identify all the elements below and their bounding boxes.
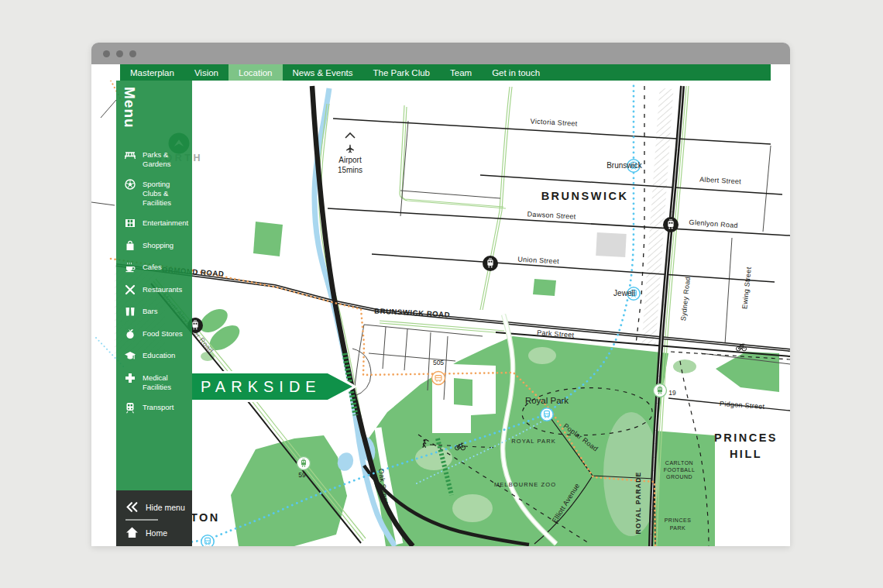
main-nav: Masterplan Vision Location News & Events… xyxy=(120,64,771,81)
nav-item-park-club[interactable]: The Park Club xyxy=(362,64,440,81)
sidebar-item-parks-gardens[interactable]: Parks & Gardens xyxy=(124,149,189,169)
sidebar-item-transport[interactable]: Transport xyxy=(124,401,189,414)
location-map[interactable]: Victoria StreetAlbert StreetDawson Stree… xyxy=(91,81,790,546)
window-control-dot[interactable] xyxy=(116,50,123,57)
princes-hill-label-2: HILL xyxy=(730,448,762,460)
sidebar-item-restaurants[interactable]: Restaurants xyxy=(124,284,189,296)
home-button[interactable]: Home xyxy=(116,522,192,543)
princes-park-label-1: PRINCES xyxy=(665,518,692,523)
station-icon-partial xyxy=(201,535,214,546)
building-block xyxy=(596,232,627,257)
bus-route-505-label: 505 xyxy=(433,359,444,366)
window-control-dot[interactable] xyxy=(103,50,110,57)
tram-stop-icon-glenlyon xyxy=(663,217,679,232)
sidebar-item-entertainment[interactable]: Entertainment xyxy=(124,217,189,229)
menu-title: Menu xyxy=(121,87,138,129)
sidebar-item-bars[interactable]: Bars xyxy=(124,305,189,318)
princes-park-label-2: PARK xyxy=(670,525,686,531)
home-icon xyxy=(125,526,139,539)
sidebar-item-food-stores[interactable]: Food Stores xyxy=(124,328,189,340)
brunswick-station-label: Brunswick xyxy=(606,161,643,170)
tram-stop-icon-route-59 xyxy=(297,457,311,470)
train-icon xyxy=(124,401,136,414)
carlton-football-ground-label-1: CARLTON xyxy=(665,460,693,466)
coffee-cup-icon xyxy=(124,261,136,273)
map-page: Victoria StreetAlbert StreetDawson Stree… xyxy=(91,81,790,546)
carlton-football-ground-label-2: FOOTBALL xyxy=(664,467,696,473)
tram-stop-icon-route-19 xyxy=(654,384,667,397)
hide-menu-button[interactable]: Hide menu xyxy=(116,497,192,518)
cutlery-icon xyxy=(124,284,136,296)
shopping-bag-icon xyxy=(124,239,136,252)
tram-route-19-label: 19 xyxy=(668,389,676,397)
tram-stop-icon-union xyxy=(483,256,498,271)
film-icon xyxy=(124,217,136,229)
nav-item-get-in-touch[interactable]: Get in touch xyxy=(482,64,550,81)
nav-item-team[interactable]: Team xyxy=(440,64,482,81)
window-control-dot[interactable] xyxy=(129,50,136,57)
nav-item-vision[interactable]: Vision xyxy=(184,64,228,81)
bus-stop-icon-505 xyxy=(432,372,445,385)
apple-icon xyxy=(124,328,136,340)
nav-item-masterplan[interactable]: Masterplan xyxy=(120,64,184,81)
picnic-table-icon xyxy=(124,149,136,161)
parkside-banner-arrow: PARKSIDE xyxy=(192,373,352,400)
royal-parade-label: ROYAL PARADE xyxy=(634,472,642,535)
browser-window: Masterplan Vision Location News & Events… xyxy=(91,43,790,546)
parkside-banner: PARKSIDE xyxy=(192,371,357,402)
soccer-ball-icon xyxy=(124,178,136,191)
royal-park-area-label: ROYAL PARK xyxy=(511,438,556,445)
airport-time-label: 15mins xyxy=(338,166,362,174)
menu-divider xyxy=(125,519,158,521)
jewell-station-label: Jewell xyxy=(613,289,635,297)
parkside-banner-text: PARKSIDE xyxy=(192,378,321,396)
airport-label: Airport xyxy=(338,156,362,164)
royal-park-station-label: Royal Park xyxy=(525,396,569,405)
melbourne-zoo-label: MELBOURNE ZOO xyxy=(494,481,556,488)
sidebar-footer: Hide menu Home xyxy=(116,490,192,546)
sidebar-item-education[interactable]: Education xyxy=(124,349,189,362)
nav-item-news-events[interactable]: News & Events xyxy=(283,64,363,81)
royal-park-station-icon xyxy=(541,408,553,421)
sidebar-item-cafes[interactable]: Cafes xyxy=(124,261,189,273)
tram-route-59-label: 59 xyxy=(298,471,306,479)
sidebar-item-medical[interactable]: Medical Facilities xyxy=(124,372,189,392)
nav-item-location[interactable]: Location xyxy=(228,64,282,81)
brunswick-suburb-label: BRUNSWICK xyxy=(541,190,629,202)
medical-cross-icon xyxy=(124,372,136,384)
graduation-cap-icon xyxy=(124,349,136,362)
carlton-football-ground-label-3: GROUND xyxy=(666,474,692,480)
sidebar-menu: Menu Parks & Gardens Sporting Clubs & Fa… xyxy=(116,81,192,490)
double-chevron-left-icon xyxy=(125,500,139,514)
drinks-icon xyxy=(124,305,136,318)
browser-titlebar xyxy=(91,43,790,64)
sidebar-item-shopping[interactable]: Shopping xyxy=(124,239,189,252)
sidebar-item-sporting-clubs[interactable]: Sporting Clubs & Facilities xyxy=(124,178,189,208)
princes-hill-label-1: PRINCES xyxy=(714,432,778,444)
